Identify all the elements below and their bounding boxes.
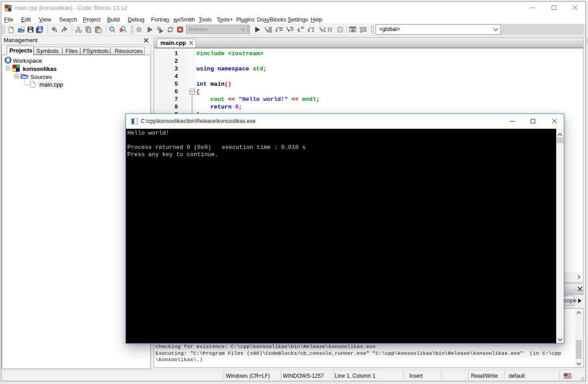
svg-text:R: R [120, 28, 123, 33]
